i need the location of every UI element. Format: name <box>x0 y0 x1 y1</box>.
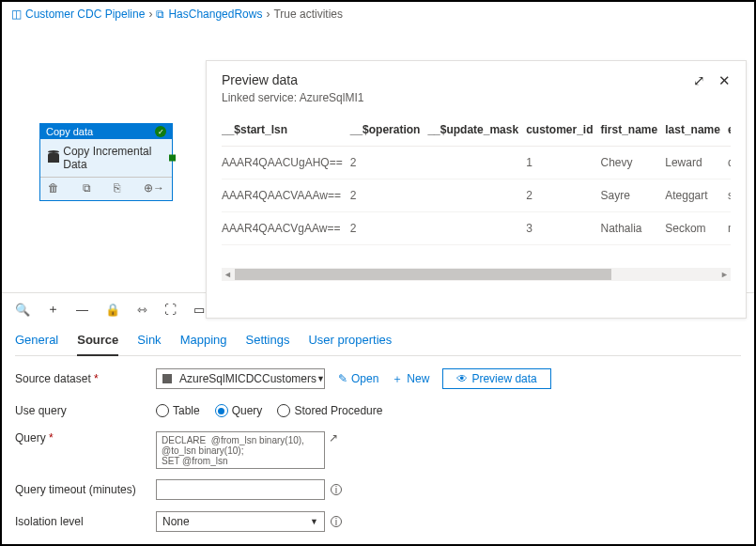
node-header: Copy data ✓ <box>40 124 172 139</box>
tab-sink[interactable]: Sink <box>137 327 161 355</box>
query-timeout-label: Query timeout (minutes) <box>15 483 156 496</box>
clone-icon[interactable]: ⧉ <box>83 181 91 195</box>
select-icon[interactable]: ▭ <box>193 303 205 317</box>
copy-icon[interactable]: ⎘ <box>114 181 120 195</box>
info-icon[interactable]: i <box>331 484 342 495</box>
plus-icon: ＋ <box>392 371 403 387</box>
cell: cleward0@mapy.cz <box>728 147 731 179</box>
remove-icon[interactable]: — <box>76 303 88 317</box>
cell: Sayre <box>601 179 666 212</box>
cell: Seckom <box>665 212 728 245</box>
expand-query-icon[interactable]: ↗ <box>329 431 338 445</box>
chevron-down-icon: ▼ <box>316 374 325 383</box>
cell: nseckom2@blogger.com <box>728 212 731 245</box>
breadcrumb-pipeline[interactable]: Customer CDC Pipeline <box>25 8 145 21</box>
preview-data-button[interactable]: 👁Preview data <box>442 368 550 389</box>
dataset-icon <box>162 374 172 383</box>
table-row[interactable]: AAAR4QAACVAAAw== 2 2 Sayre Ateggart sate… <box>222 179 731 212</box>
node-toolbar: 🗑 ⧉ ⎘ ⊕→ <box>40 177 172 200</box>
eye-icon: 👁 <box>456 372 468 385</box>
cell: Leward <box>665 147 728 179</box>
isolation-level-label: Isolation level <box>15 515 156 528</box>
preview-header-row: __$start_lsn __$operation __$update_mask… <box>222 117 731 147</box>
cell <box>427 212 526 245</box>
breadcrumb-branch: True activities <box>273 8 343 21</box>
new-dataset-button[interactable]: ＋New <box>392 371 429 387</box>
isolation-level-dropdown[interactable]: None ▼ <box>156 511 325 532</box>
chevron-down-icon: ▼ <box>310 517 318 526</box>
cell: 2 <box>350 179 428 212</box>
horizontal-scrollbar[interactable]: ◄ ► <box>222 268 731 281</box>
tab-general[interactable]: General <box>15 327 58 355</box>
query-textarea[interactable] <box>156 431 325 469</box>
cell: 2 <box>350 212 428 245</box>
table-row[interactable]: AAAR4QAACVgAAw== 2 3 Nathalia Seckom nse… <box>222 212 731 245</box>
breadcrumb-sep: › <box>266 8 270 21</box>
search-icon[interactable]: 🔍 <box>15 303 30 317</box>
node-body[interactable]: Copy Incremental Data <box>40 139 172 177</box>
cell: 1 <box>526 147 600 179</box>
cell: AAAR4QAACVgAAw== <box>222 212 350 245</box>
table-row[interactable]: AAAR4QAACUgAHQ== 2 1 Chevy Leward clewar… <box>222 147 731 179</box>
pipeline-icon: ◫ <box>11 8 22 21</box>
cell: AAAR4QAACUgAHQ== <box>222 147 350 179</box>
lock-icon[interactable]: 🔒 <box>105 303 120 317</box>
copy-data-activity-node[interactable]: Copy data ✓ Copy Incremental Data 🗑 ⧉ ⎘ … <box>39 123 173 201</box>
maximize-icon[interactable]: ⤢ <box>693 72 705 89</box>
tab-user-properties[interactable]: User properties <box>308 327 392 355</box>
breadcrumb-activity[interactable]: HasChangedRows <box>168 8 262 21</box>
cell: Chevy <box>601 147 666 179</box>
breadcrumb-sep: › <box>148 8 152 21</box>
preview-data-panel: Preview data Linked service: AzureSqlMI1… <box>206 60 747 319</box>
source-dataset-label: Source dataset * <box>15 372 156 385</box>
col-header[interactable]: last_name <box>665 117 728 147</box>
cell: Nathalia <box>601 212 666 245</box>
preview-table-wrap: __$start_lsn __$operation __$update_mask… <box>222 117 731 245</box>
tab-mapping[interactable]: Mapping <box>180 327 227 355</box>
query-label: Query * <box>15 431 156 445</box>
properties-panel: 🔍 ＋ — 🔒 ⇿ ⛶ ▭ ⧉ ◧ General Source Sink Ma… <box>2 292 754 546</box>
use-query-label: Use query <box>15 404 156 417</box>
open-dataset-button[interactable]: ✎Open <box>338 372 378 385</box>
tab-settings[interactable]: Settings <box>246 327 290 355</box>
node-output-connector[interactable] <box>169 155 176 162</box>
col-header[interactable]: __$update_mask <box>427 117 526 147</box>
cell <box>427 179 526 212</box>
use-query-radio-group: Table Query Stored Procedure <box>156 404 382 417</box>
scroll-left-icon[interactable]: ◄ <box>224 270 232 279</box>
col-header[interactable]: __$operation <box>350 117 428 147</box>
radio-table[interactable]: Table <box>156 404 200 417</box>
source-dataset-dropdown[interactable]: AzureSqlMICDCCustomers ▼ <box>156 368 325 389</box>
add-icon[interactable]: ＋ <box>47 301 59 318</box>
pipeline-canvas[interactable]: Copy data ✓ Copy Incremental Data 🗑 ⧉ ⎘ … <box>2 24 754 292</box>
scrollbar-thumb[interactable] <box>235 269 611 280</box>
validation-ok-icon: ✓ <box>155 126 166 137</box>
properties-tabs: General Source Sink Mapping Settings Use… <box>15 327 741 356</box>
scroll-right-icon[interactable]: ► <box>720 270 729 279</box>
fit-width-icon[interactable]: ⇿ <box>137 303 147 317</box>
preview-table: __$start_lsn __$operation __$update_mask… <box>222 117 731 245</box>
info-icon[interactable]: i <box>331 516 342 527</box>
cell: AAAR4QAACVAAAw== <box>222 179 350 212</box>
dataset-value: AzureSqlMICDCCustomers <box>179 372 316 385</box>
radio-stored-procedure[interactable]: Stored Procedure <box>277 404 382 417</box>
col-header[interactable]: __$start_lsn <box>222 117 350 147</box>
tab-source[interactable]: Source <box>77 327 118 356</box>
fit-screen-icon[interactable]: ⛶ <box>164 303 177 317</box>
close-icon[interactable]: ✕ <box>718 72 731 89</box>
col-header[interactable]: customer_id <box>526 117 600 147</box>
preview-title: Preview data <box>222 72 363 87</box>
col-header[interactable]: first_name <box>601 117 666 147</box>
delete-icon[interactable]: 🗑 <box>48 181 59 195</box>
breadcrumb: ◫ Customer CDC Pipeline › ⧉ HasChangedRo… <box>2 2 754 24</box>
node-type-label: Copy data <box>46 126 93 137</box>
cell: sateggart1@nih.gov <box>728 179 731 212</box>
cell: 3 <box>526 212 600 245</box>
database-icon <box>48 153 59 163</box>
col-header[interactable]: email <box>728 117 731 147</box>
node-name: Copy Incremental Data <box>63 145 164 171</box>
add-output-icon[interactable]: ⊕→ <box>144 181 164 195</box>
query-timeout-input[interactable] <box>156 479 325 500</box>
pencil-icon: ✎ <box>338 372 347 385</box>
radio-query[interactable]: Query <box>215 404 263 417</box>
